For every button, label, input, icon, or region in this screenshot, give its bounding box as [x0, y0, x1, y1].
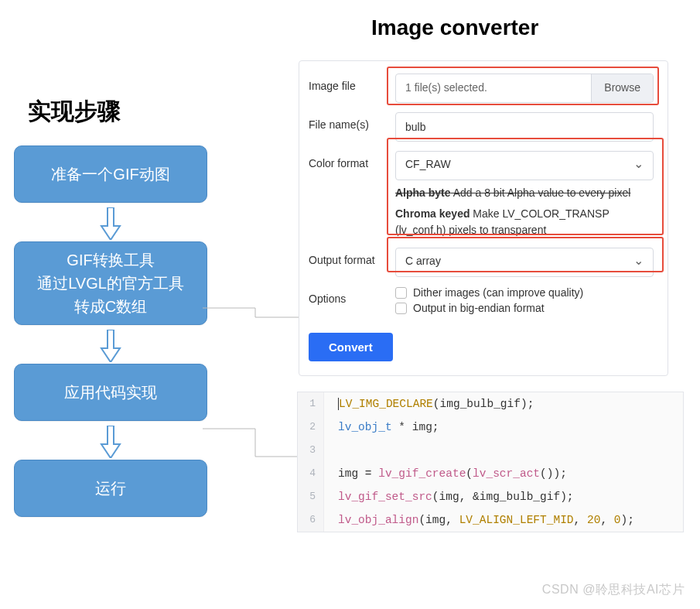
- code-line-text: lv_obj_align(img, LV_ALIGN_LEFT_MID, 20,…: [324, 508, 634, 532]
- code-line-text: lv_obj_t * img;: [324, 416, 439, 439]
- code-line: 3: [298, 439, 683, 462]
- watermark-text: CSDN @聆思科技AI芯片: [542, 582, 685, 598]
- code-panel: 1LV_IMG_DECLARE(img_bulb_gif);2lv_obj_t …: [297, 392, 684, 532]
- code-line-number: 3: [298, 439, 324, 462]
- code-line-text: lv_gif_set_src(img, &img_bulb_gif);: [324, 485, 574, 508]
- code-line-number: 2: [298, 416, 324, 439]
- code-line-text: [324, 439, 338, 462]
- code-line: 5lv_gif_set_src(img, &img_bulb_gif);: [298, 485, 683, 508]
- code-line-text: img = lv_gif_create(lv_scr_act());: [324, 462, 567, 485]
- code-line-number: 6: [298, 508, 324, 532]
- code-line: 6lv_obj_align(img, LV_ALIGN_LEFT_MID, 20…: [298, 508, 683, 532]
- code-line-text: LV_IMG_DECLARE(img_bulb_gif);: [324, 392, 534, 416]
- code-line: 1LV_IMG_DECLARE(img_bulb_gif);: [298, 392, 683, 416]
- code-line: 2lv_obj_t * img;: [298, 416, 683, 439]
- code-line-number: 1: [298, 392, 324, 416]
- code-line-number: 4: [298, 462, 324, 485]
- code-line: 4img = lv_gif_create(lv_scr_act());: [298, 462, 683, 485]
- code-line-number: 5: [298, 485, 324, 508]
